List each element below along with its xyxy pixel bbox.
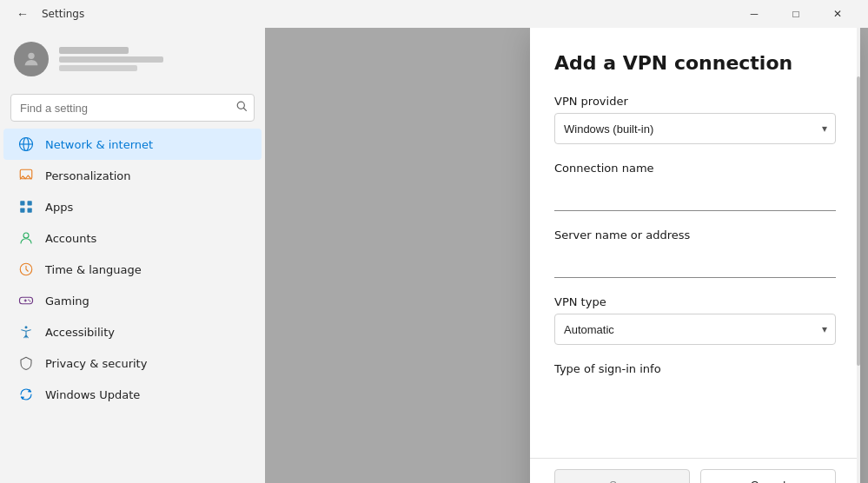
minimize-button[interactable]: ─ <box>734 0 774 28</box>
svg-rect-9 <box>20 208 24 213</box>
modal-scrollbar <box>857 28 860 483</box>
accounts-icon <box>17 229 35 247</box>
sidebar-item-accessibility[interactable]: Accessibility <box>3 316 262 347</box>
vpn-type-select[interactable]: Automatic PPTP L2TP/IPsec SSTP IKEv2 <box>554 314 836 345</box>
apps-icon <box>17 198 35 215</box>
maximize-button[interactable]: □ <box>776 0 816 28</box>
sidebar-item-label: Privacy & security <box>45 357 147 370</box>
app-body: Network & internet Personalization <box>0 28 868 483</box>
connection-name-label: Connection name <box>554 162 836 175</box>
svg-point-17 <box>30 301 31 302</box>
sidebar-item-accounts[interactable]: Accounts <box>3 222 262 254</box>
vpn-type-select-wrapper: Automatic PPTP L2TP/IPsec SSTP IKEv2 ▾ <box>554 314 836 345</box>
add-vpn-modal: Add a VPN connection VPN provider Window… <box>530 28 860 483</box>
sidebar-item-personalization[interactable]: Personalization <box>3 160 262 191</box>
vpn-type-label: VPN type <box>554 295 836 308</box>
window-controls: ─ □ ✕ <box>734 0 858 28</box>
sidebar-item-apps[interactable]: Apps <box>3 191 262 222</box>
modal-title: Add a VPN connection <box>554 52 836 74</box>
close-button[interactable]: ✕ <box>818 0 858 28</box>
sidebar-item-label: Accessibility <box>45 326 115 339</box>
sidebar-item-update[interactable]: Windows Update <box>3 379 262 410</box>
vpn-provider-group: VPN provider Windows (built-in) ▾ <box>554 95 836 144</box>
search-icon <box>236 101 248 115</box>
connection-name-input[interactable] <box>554 180 836 211</box>
sidebar-nav: Network & internet Personalization <box>0 129 265 410</box>
server-name-label: Server name or address <box>554 228 836 242</box>
save-button[interactable]: Save <box>554 469 690 483</box>
user-email-placeholder <box>59 56 163 63</box>
vpn-provider-select-wrapper: Windows (built-in) ▾ <box>554 113 836 144</box>
app-title: Settings <box>42 8 84 20</box>
sidebar-item-label: Time & language <box>45 263 142 276</box>
sidebar-item-label: Personalization <box>45 169 131 182</box>
sidebar-item-gaming[interactable]: Gaming <box>3 285 262 316</box>
svg-line-2 <box>244 109 247 111</box>
svg-point-16 <box>28 300 30 301</box>
vpn-type-group: VPN type Automatic PPTP L2TP/IPsec SSTP … <box>554 295 836 345</box>
privacy-icon <box>17 354 35 372</box>
sign-in-info-label: Type of sign-in info <box>554 362 836 375</box>
search-box[interactable] <box>10 94 255 122</box>
connection-name-group: Connection name <box>554 162 836 211</box>
network-icon <box>17 136 35 153</box>
avatar <box>14 42 49 76</box>
scrollbar-thumb <box>857 76 860 367</box>
title-bar: ← Settings ─ □ ✕ <box>0 0 868 28</box>
user-name-placeholder <box>59 47 129 54</box>
cancel-button[interactable]: Cancel <box>700 469 836 483</box>
personalization-icon <box>17 167 35 184</box>
user-section[interactable] <box>0 35 265 90</box>
svg-rect-7 <box>20 201 24 205</box>
search-input[interactable] <box>10 94 255 122</box>
update-icon <box>17 386 35 403</box>
sidebar-item-privacy[interactable]: Privacy & security <box>3 347 262 379</box>
svg-point-11 <box>23 233 29 238</box>
accessibility-icon <box>17 323 35 341</box>
server-name-input[interactable] <box>554 247 836 278</box>
svg-rect-8 <box>28 201 32 205</box>
server-name-group: Server name or address <box>554 228 836 278</box>
main-content: Add VPN On On Add a VPN connection <box>265 28 868 483</box>
gaming-icon <box>17 292 35 309</box>
vpn-provider-select[interactable]: Windows (built-in) <box>554 113 836 144</box>
sidebar-item-time[interactable]: Time & language <box>3 254 262 285</box>
sidebar-item-label: Gaming <box>45 294 89 308</box>
sidebar-item-label: Network & internet <box>45 138 153 151</box>
user-detail-placeholder <box>59 65 137 71</box>
sidebar-item-label: Accounts <box>45 232 96 245</box>
sign-in-info-group: Type of sign-in info <box>554 362 836 375</box>
user-info <box>59 47 163 71</box>
svg-point-0 <box>28 53 34 59</box>
sidebar-item-label: Apps <box>45 201 73 214</box>
sidebar-item-network[interactable]: Network & internet <box>3 129 262 160</box>
back-button[interactable]: ← <box>10 2 35 26</box>
vpn-provider-label: VPN provider <box>554 95 836 108</box>
sidebar: Network & internet Personalization <box>0 28 265 483</box>
time-icon <box>17 261 35 278</box>
svg-rect-10 <box>28 208 32 213</box>
svg-point-18 <box>25 326 28 328</box>
modal-footer: Save Cancel <box>530 458 860 483</box>
modal-scroll-area: Add a VPN connection VPN provider Window… <box>530 28 860 458</box>
sidebar-item-label: Windows Update <box>45 388 140 401</box>
